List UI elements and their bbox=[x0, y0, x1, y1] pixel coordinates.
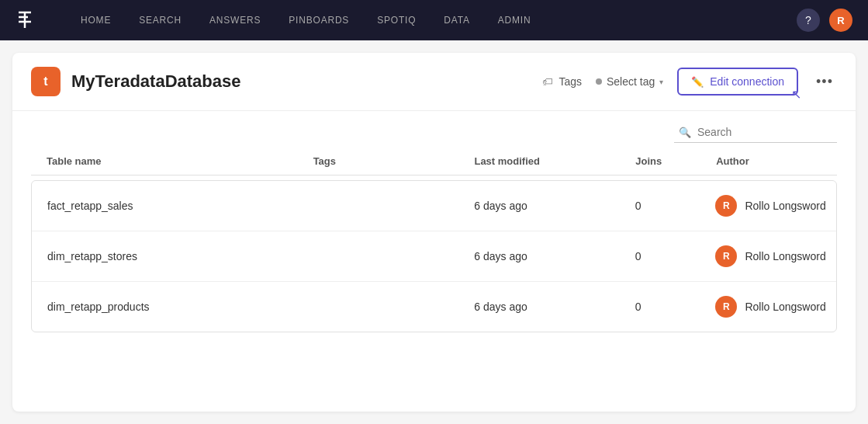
author-avatar: R bbox=[715, 245, 737, 267]
help-button[interactable]: ? bbox=[797, 9, 820, 32]
table-container: Table name Tags Last modified Joins Auth… bbox=[12, 148, 856, 332]
author-cell: R Rollo Longsword bbox=[715, 296, 836, 318]
table-row[interactable]: dim_retapp_products 6 days ago 0 R Rollo… bbox=[32, 282, 836, 332]
header-actions: 🏷 Tags Select tag ▾ ✏️ Edit connection ↖… bbox=[542, 68, 837, 96]
author-name: Rollo Longsword bbox=[745, 301, 825, 313]
nav-item-spotiq[interactable]: SPOTIQ bbox=[363, 0, 430, 40]
col-header-author: Author bbox=[716, 148, 837, 176]
table-rows-container: fact_retapp_sales 6 days ago 0 R Rollo L… bbox=[31, 180, 837, 332]
cell-author-1: R Rollo Longsword bbox=[715, 181, 836, 231]
nav-item-pinboards[interactable]: PINBOARDS bbox=[275, 0, 363, 40]
user-avatar[interactable]: R bbox=[829, 9, 852, 32]
col-header-table-name: Table name bbox=[31, 148, 313, 176]
tag-icon: 🏷 bbox=[542, 75, 553, 88]
tags-label: Tags bbox=[558, 75, 582, 88]
cell-joins-3: 0 bbox=[635, 282, 716, 332]
more-options-button[interactable]: ••• bbox=[812, 69, 837, 94]
nav-item-admin[interactable]: ADMIN bbox=[484, 0, 545, 40]
logo[interactable] bbox=[16, 6, 43, 34]
nav-item-answers[interactable]: ANSWERS bbox=[195, 0, 275, 40]
col-header-last-modified: Last modified bbox=[474, 148, 635, 176]
db-icon: t bbox=[31, 67, 61, 96]
author-cell: R Rollo Longsword bbox=[715, 245, 836, 267]
nav-items: HOME SEARCH ANSWERS PINBOARDS SPOTIQ DAT… bbox=[67, 0, 797, 40]
nav-item-search[interactable]: SEARCH bbox=[125, 0, 195, 40]
cell-joins-1: 0 bbox=[635, 181, 716, 231]
cell-last-modified-2: 6 days ago bbox=[474, 231, 635, 282]
author-avatar: R bbox=[715, 195, 737, 217]
top-navigation: HOME SEARCH ANSWERS PINBOARDS SPOTIQ DAT… bbox=[0, 0, 868, 40]
nav-item-data[interactable]: DATA bbox=[430, 0, 483, 40]
edit-connection-label: Edit connection bbox=[710, 75, 784, 88]
select-tag-label: Select tag bbox=[607, 75, 655, 88]
data-table: Table name Tags Last modified Joins Auth… bbox=[31, 148, 837, 176]
author-cell: R Rollo Longsword bbox=[715, 195, 836, 217]
cell-table-name-3: dim_retapp_products bbox=[32, 282, 313, 332]
cell-tags-1 bbox=[313, 181, 474, 231]
col-header-tags: Tags bbox=[313, 148, 475, 176]
nav-right: ? R bbox=[797, 9, 852, 32]
author-name: Rollo Longsword bbox=[745, 250, 825, 262]
table-row[interactable]: fact_retapp_sales 6 days ago 0 R Rollo L… bbox=[32, 181, 836, 231]
cell-author-2: R Rollo Longsword bbox=[715, 231, 836, 282]
cell-last-modified-3: 6 days ago bbox=[474, 282, 635, 332]
select-tag-button[interactable]: Select tag ▾ bbox=[596, 75, 663, 88]
page-title: MyTeradataDatabase bbox=[71, 71, 542, 92]
search-input[interactable] bbox=[697, 126, 832, 138]
cell-table-name-1: fact_retapp_sales bbox=[32, 181, 313, 231]
col-header-joins: Joins bbox=[635, 148, 716, 176]
data-rows-table: fact_retapp_sales 6 days ago 0 R Rollo L… bbox=[32, 181, 836, 332]
nav-item-home[interactable]: HOME bbox=[67, 0, 125, 40]
edit-pencil-icon: ✏️ bbox=[691, 76, 704, 88]
cell-tags-3 bbox=[313, 282, 474, 332]
chevron-down-icon: ▾ bbox=[659, 78, 663, 86]
cell-tags-2 bbox=[313, 231, 474, 282]
author-avatar: R bbox=[715, 296, 737, 318]
search-section: 🔍 bbox=[12, 111, 856, 148]
cell-last-modified-1: 6 days ago bbox=[474, 181, 635, 231]
tags-button[interactable]: 🏷 Tags bbox=[542, 75, 582, 88]
cell-joins-2: 0 bbox=[635, 231, 716, 282]
page-header: t MyTeradataDatabase 🏷 Tags Select tag ▾… bbox=[12, 53, 856, 111]
edit-connection-button[interactable]: ✏️ Edit connection ↖ bbox=[677, 68, 798, 96]
select-tag-dot-icon bbox=[596, 78, 602, 85]
author-name: Rollo Longsword bbox=[745, 200, 825, 212]
search-icon: 🔍 bbox=[679, 127, 691, 138]
cell-author-3: R Rollo Longsword bbox=[715, 282, 836, 332]
svg-rect-0 bbox=[16, 6, 43, 34]
table-row[interactable]: dim_retapp_stores 6 days ago 0 R Rollo L… bbox=[32, 231, 836, 282]
search-bar: 🔍 bbox=[674, 122, 837, 143]
cell-table-name-2: dim_retapp_stores bbox=[32, 231, 313, 282]
main-card: t MyTeradataDatabase 🏷 Tags Select tag ▾… bbox=[12, 53, 856, 412]
cursor-pointer-icon: ↖ bbox=[791, 87, 801, 102]
